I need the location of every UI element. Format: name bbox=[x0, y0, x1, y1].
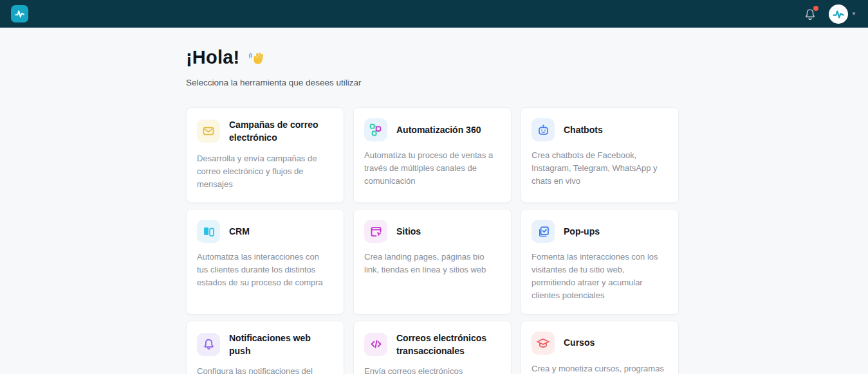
page-subtitle: Selecciona la herramienta que desees uti… bbox=[186, 78, 679, 87]
avatar bbox=[829, 4, 848, 24]
chevron-down-icon: ▼ bbox=[851, 12, 856, 17]
sendpulse-pulse-icon bbox=[14, 8, 26, 20]
card-title: Automatización 360 bbox=[396, 123, 481, 136]
card-description: Automatiza tu proceso de ventas a través… bbox=[364, 149, 499, 188]
crm-kanban-icon bbox=[197, 220, 220, 243]
card-title: Notificaciones web push bbox=[229, 332, 332, 358]
notifications-button[interactable] bbox=[803, 7, 817, 21]
card-description: Crea chatbots de Facebook, Instagram, Te… bbox=[531, 149, 667, 188]
card-title: Cursos bbox=[564, 336, 595, 349]
tool-card-chatbots[interactable]: Chatbots Crea chatbots de Facebook, Inst… bbox=[521, 107, 679, 203]
tool-card-email-campaigns[interactable]: Campañas de correo electrónico Desarroll… bbox=[186, 107, 344, 203]
user-avatar-pulse-logo bbox=[832, 8, 845, 21]
card-description: Configura las notificaciones del navegad… bbox=[197, 365, 332, 374]
envelope-icon bbox=[197, 120, 220, 143]
sendpulse-logo[interactable] bbox=[11, 5, 28, 22]
card-description: Fomenta las interacciones con los visita… bbox=[531, 251, 667, 303]
card-description: Crea y monetiza cursos, programas de cap… bbox=[531, 362, 667, 374]
card-description: Automatiza las interacciones con tus cli… bbox=[197, 251, 332, 289]
page-title: ¡Hola! bbox=[186, 47, 239, 68]
tool-card-automation-360[interactable]: Automatización 360 Automatiza tu proceso… bbox=[353, 107, 512, 203]
account-menu[interactable]: ▼ bbox=[829, 4, 856, 24]
main-content: ¡Hola! Selecciona la herramienta que des… bbox=[0, 28, 679, 374]
chatbot-robot-icon bbox=[531, 118, 555, 141]
card-description: Crea landing pages, páginas bio link, ti… bbox=[364, 251, 499, 276]
push-bell-icon bbox=[197, 333, 220, 356]
top-navigation-bar: ▼ bbox=[0, 0, 868, 28]
card-title: Campañas de correo electrónico bbox=[229, 118, 332, 145]
tool-card-transactional-emails[interactable]: Correos electrónicos transaccionales Env… bbox=[353, 321, 512, 374]
tool-card-courses[interactable]: Cursos Crea y monetiza cursos, programas… bbox=[521, 321, 679, 374]
notification-badge bbox=[813, 6, 818, 11]
tool-card-sites[interactable]: Sitios Crea landing pages, páginas bio l… bbox=[353, 209, 512, 315]
card-description: Envía correos electrónicos mediante un s… bbox=[364, 365, 499, 374]
card-description: Desarrolla y envía campañas de correo el… bbox=[197, 152, 332, 191]
popup-check-icon bbox=[531, 220, 555, 243]
automation-flow-icon bbox=[364, 118, 387, 141]
card-title: CRM bbox=[229, 225, 250, 238]
card-title: Pop-ups bbox=[564, 225, 600, 238]
code-brackets-icon bbox=[364, 333, 387, 356]
tool-card-crm[interactable]: CRM Automatiza las interacciones con tus… bbox=[186, 209, 344, 315]
card-title: Chatbots bbox=[564, 123, 603, 136]
tool-card-popups[interactable]: Pop-ups Fomenta las interacciones con lo… bbox=[521, 209, 679, 315]
tools-grid: Campañas de correo electrónico Desarroll… bbox=[186, 107, 679, 374]
card-title: Sitios bbox=[396, 225, 421, 238]
graduation-cap-icon bbox=[531, 332, 555, 355]
card-title: Correos electrónicos transaccionales bbox=[396, 332, 499, 358]
waving-hand-emoji bbox=[248, 49, 266, 66]
tool-card-web-push[interactable]: Notificaciones web push Configura las no… bbox=[186, 321, 344, 374]
browser-cursor-icon bbox=[364, 220, 387, 243]
